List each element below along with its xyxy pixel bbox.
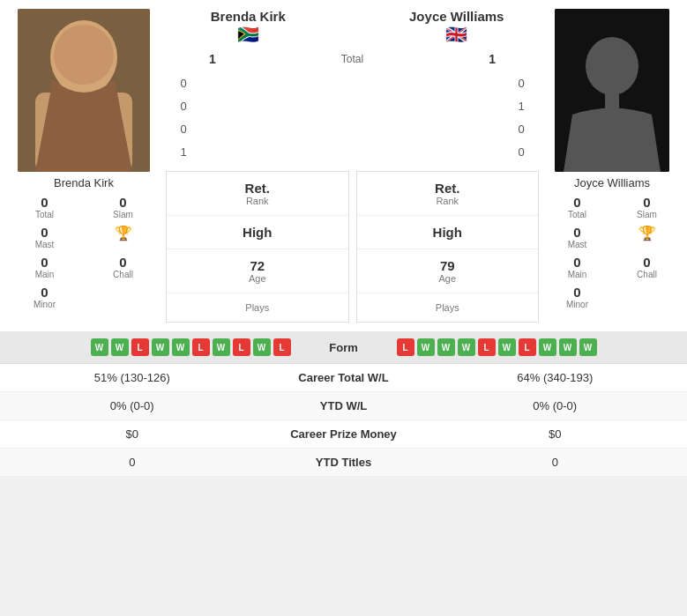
left-info-panel: Ret. Rank High 72 Age Plays [166, 171, 349, 323]
right-form-8: W [539, 338, 556, 356]
left-form-8: L [233, 338, 250, 356]
left-flag: 🇿🇦 [166, 24, 331, 45]
left-high-rank-cell: High [167, 216, 348, 249]
left-stat-slam: 0 Slam [87, 195, 159, 219]
right-form-2: W [417, 338, 435, 356]
left-form-2: W [111, 338, 129, 356]
left-form-7: W [213, 338, 230, 356]
left-form-10: L [273, 338, 291, 356]
right-form-9: W [559, 338, 577, 356]
total-row: 1 Total 1 [166, 52, 539, 66]
right-player-stats: 0 Total 0 Slam 0 Mast 🏆 0 Main 0 Chall 0… [546, 195, 678, 309]
left-stat-chall-cell: 0 Chall [87, 255, 159, 279]
form-section: W W L W W L W L W L Form L W W W L W L W… [0, 331, 687, 363]
right-player-column: Joyce Williams 0 Total 0 Slam 0 Mast 🏆 0… [546, 9, 678, 309]
right-form-4: W [458, 338, 475, 356]
left-player-name: Brenda Kirk [54, 176, 114, 189]
indoor-surface-btn[interactable]: Indoor [201, 119, 504, 139]
indoor-left-score: 0 [166, 122, 201, 136]
surfaces-section: 0 Hard 0 0 Clay 1 0 Indoor 0 1 Grass [166, 73, 539, 162]
right-age-cell: 79 Age [357, 249, 539, 293]
right-high-rank-cell: High [357, 216, 539, 249]
left-plays-cell: Plays [167, 293, 348, 322]
svg-point-6 [586, 37, 638, 95]
center-column: Brenda Kirk 🇿🇦 Joyce Williams 🇬🇧 1 Total… [166, 9, 539, 323]
right-stat-chall-c: 0 Chall [616, 255, 678, 279]
career-wl-row: 51% (130-126) Career Total W/L 64% (340-… [0, 364, 687, 392]
main-container: Brenda Kirk 0 Total 0 Slam 0 Mast 🏆 0 Ma… [0, 0, 687, 477]
surface-row-clay: 0 Clay 1 [166, 96, 539, 116]
right-flag: 🇬🇧 [375, 24, 540, 45]
right-form-1: L [397, 338, 414, 356]
hard-right-score: 0 [504, 77, 539, 90]
grass-right-score: 0 [504, 145, 539, 159]
right-form-6: W [498, 338, 516, 356]
right-trophy: 🏆 [616, 225, 678, 249]
left-stat-minor-cell: 0 Minor [9, 285, 80, 309]
clay-right-score: 1 [504, 100, 539, 113]
hard-surface-btn[interactable]: Hard [201, 73, 504, 93]
left-form: W W L W W L W L W L [9, 338, 291, 356]
left-form-4: W [152, 338, 169, 356]
right-form-5: L [478, 338, 496, 356]
right-player-name: Joyce Williams [574, 176, 650, 189]
total-label: Total [259, 53, 446, 65]
left-form-5: W [172, 338, 190, 356]
right-form: L W W W L W L W W W [397, 338, 679, 356]
total-right: 1 [445, 52, 539, 66]
right-name-header: Joyce Williams 🇬🇧 [375, 9, 540, 45]
hard-left-score: 0 [166, 77, 201, 90]
left-name-header: Brenda Kirk 🇿🇦 [166, 9, 331, 45]
right-stat-main-c: 0 Main [546, 255, 609, 279]
left-form-1: W [91, 338, 108, 356]
ytd-wl-row: 0% (0-0) YTD W/L 0% (0-0) [0, 392, 687, 420]
left-age-cell: 72 Age [167, 249, 348, 293]
svg-point-4 [54, 25, 114, 85]
top-section: Brenda Kirk 0 Total 0 Slam 0 Mast 🏆 0 Ma… [0, 0, 687, 331]
surface-row-hard: 0 Hard 0 [166, 73, 539, 93]
left-form-3: L [131, 338, 149, 356]
bottom-stats-table: 51% (130-126) Career Total W/L 64% (340-… [0, 363, 687, 477]
grass-left-score: 1 [166, 145, 201, 159]
right-info-panel: Ret. Rank High 79 Age Plays [356, 171, 540, 323]
right-stat-total-c: 0 Total [546, 195, 609, 219]
right-player-photo [555, 9, 669, 172]
right-stat-mast-c: 0 Mast [546, 225, 609, 249]
left-trophy: 🏆 [87, 225, 159, 249]
prize-money-row: $0 Career Prize Money $0 [0, 420, 687, 449]
right-stat-minor-c: 0 Minor [546, 285, 609, 309]
svg-rect-7 [605, 91, 619, 108]
right-form-3: W [437, 338, 455, 356]
right-form-10: W [579, 338, 597, 356]
left-player-column: Brenda Kirk 0 Total 0 Slam 0 Mast 🏆 0 Ma… [9, 9, 159, 309]
ytd-titles-row: 0 YTD Titles 0 [0, 449, 687, 477]
right-form-7: L [519, 338, 536, 356]
right-rank-cell: Ret. Rank [357, 172, 539, 216]
left-rank-cell: Ret. Rank [167, 172, 348, 216]
clay-surface-btn[interactable]: Clay [201, 96, 504, 116]
total-left: 1 [166, 52, 259, 66]
surface-row-indoor: 0 Indoor 0 [166, 119, 539, 139]
left-player-stats: 0 Total 0 Slam 0 Mast 🏆 0 Main 0 Chall 0… [9, 195, 159, 309]
left-stat-total: 0 Total [9, 195, 80, 219]
left-form-9: W [253, 338, 271, 356]
clay-left-score: 0 [166, 100, 201, 113]
indoor-right-score: 0 [504, 122, 539, 136]
panels-row: Ret. Rank High 72 Age Plays [166, 171, 539, 323]
right-stat-slam-c: 0 Slam [616, 195, 678, 219]
left-player-photo [18, 9, 150, 172]
left-stat-main-cell: 0 Main [9, 255, 80, 279]
left-form-6: L [192, 338, 210, 356]
grass-surface-btn[interactable]: Grass [201, 142, 504, 162]
form-label: Form [291, 341, 397, 354]
surface-row-grass: 1 Grass 0 [166, 142, 539, 162]
left-stat-mast: 0 Mast [9, 225, 80, 249]
right-plays-cell: Plays [357, 293, 539, 322]
names-row: Brenda Kirk 🇿🇦 Joyce Williams 🇬🇧 [166, 9, 539, 45]
